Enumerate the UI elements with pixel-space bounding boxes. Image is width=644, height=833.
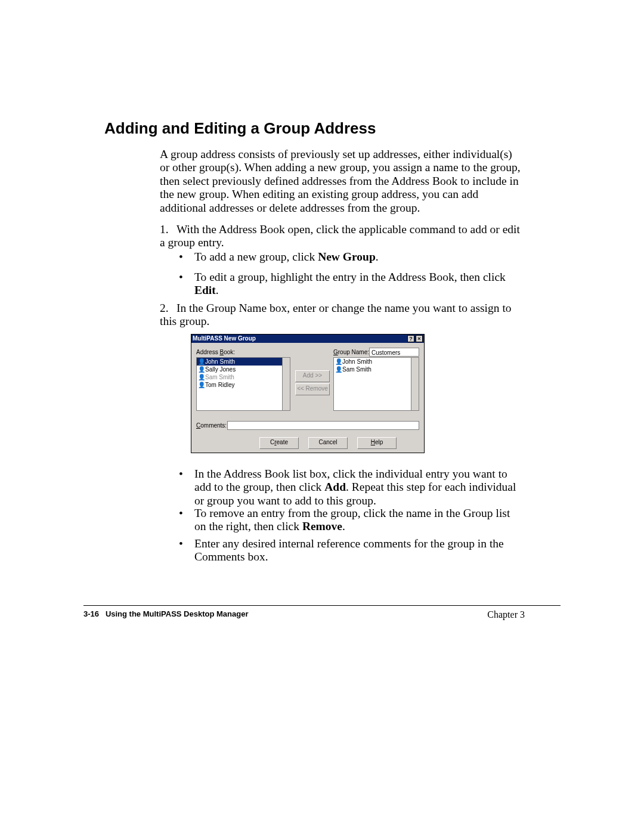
sb5-text: Enter any desired internal reference com… — [194, 537, 504, 563]
group-name-input[interactable]: Customers — [369, 348, 419, 357]
list-item[interactable]: 👤Sam Smith — [197, 373, 290, 381]
list-item[interactable]: 👤Sally Jones — [197, 366, 290, 373]
footer-rule — [83, 605, 561, 606]
bullet-icon: • — [179, 537, 194, 550]
person-icon: 👤 — [335, 358, 342, 365]
list-item[interactable]: 👤John Smith — [197, 358, 290, 366]
step-2-text: In the Group Name box, enter or change t… — [160, 302, 512, 327]
footer-left: 3-16 Using the MultiPASS Desktop Manager — [83, 609, 248, 618]
sb4-bold: Remove — [302, 520, 342, 532]
sb-add-bold: New Group — [318, 250, 376, 263]
new-group-dialog: MultiPASS New Group ? × Address Book: 👤J… — [191, 334, 425, 453]
step-1-text: With the Address Book open, click the ap… — [160, 223, 520, 249]
sb-add-a: To add a new group, click — [194, 250, 318, 263]
comments-label: Comments: — [196, 422, 227, 429]
close-icon[interactable]: × — [416, 335, 423, 342]
sub-bullet-comments: •Enter any desired internal reference co… — [179, 537, 524, 564]
sb4-a: To remove an entry from the group, click… — [194, 507, 510, 532]
sb-edit-bold: Edit — [194, 284, 216, 296]
add-button[interactable]: Add >> — [295, 370, 330, 382]
address-book-label: Address Book: — [196, 349, 235, 355]
step-2-number: 2. — [160, 302, 177, 315]
scrollbar[interactable] — [411, 358, 419, 410]
help-button[interactable]: Help — [357, 437, 397, 449]
sb4-c: . — [342, 520, 345, 532]
bullet-icon: • — [179, 507, 194, 520]
comments-input[interactable] — [227, 421, 419, 430]
bullet-icon: • — [179, 467, 194, 481]
sb3-bold: Add — [324, 481, 346, 493]
sub-bullet-addlist: •In the Address Book list box, click the… — [179, 467, 524, 507]
dialog-title: MultiPASS New Group — [193, 335, 256, 342]
person-icon: 👤 — [198, 374, 205, 380]
sub-bullet-edit: •To edit a group, highlight the entry in… — [179, 271, 524, 298]
step-2: 2.In the Group Name box, enter or change… — [160, 302, 524, 329]
document-page: Adding and Editing a Group Address A gro… — [0, 0, 644, 833]
step-1-number: 1. — [160, 223, 177, 236]
group-name-label: Group Name: — [333, 349, 369, 355]
scrollbar[interactable] — [282, 358, 290, 410]
step-1: 1.With the Address Book open, click the … — [160, 223, 524, 250]
group-members-listbox[interactable]: 👤John Smith 👤Sam Smith — [333, 357, 419, 411]
intro-paragraph: A group address consists of previously s… — [160, 148, 524, 215]
footer-title: Using the MultiPASS Desktop Manager — [106, 609, 249, 618]
person-icon: 👤 — [198, 366, 205, 373]
list-item[interactable]: 👤John Smith — [334, 358, 419, 366]
footer-chapter: Chapter 3 — [487, 609, 525, 620]
page-number: 3-16 — [83, 609, 99, 618]
person-icon: 👤 — [198, 358, 205, 365]
section-heading: Adding and Editing a Group Address — [104, 119, 376, 138]
create-button[interactable]: Create — [259, 437, 299, 449]
remove-button[interactable]: << Remove — [295, 383, 330, 395]
dialog-titlebar[interactable]: MultiPASS New Group ? × — [191, 335, 424, 343]
cancel-button[interactable]: Cancel — [308, 437, 348, 449]
bullet-icon: • — [179, 250, 194, 264]
list-item[interactable]: 👤Sam Smith — [334, 366, 419, 373]
sb-edit-a: To edit a group, highlight the entry in … — [194, 271, 506, 283]
list-item[interactable]: 👤Tom Ridley — [197, 381, 290, 389]
person-icon: 👤 — [198, 382, 205, 388]
sb-edit-c: . — [216, 284, 219, 296]
address-book-listbox[interactable]: 👤John Smith 👤Sally Jones 👤Sam Smith 👤Tom… — [196, 357, 290, 411]
help-icon[interactable]: ? — [407, 335, 414, 342]
sb-add-c: . — [376, 250, 379, 263]
bullet-icon: • — [179, 271, 194, 284]
sub-bullet-remove: •To remove an entry from the group, clic… — [179, 507, 524, 534]
sub-bullet-add: •To add a new group, click New Group. — [179, 250, 524, 264]
person-icon: 👤 — [335, 366, 342, 373]
